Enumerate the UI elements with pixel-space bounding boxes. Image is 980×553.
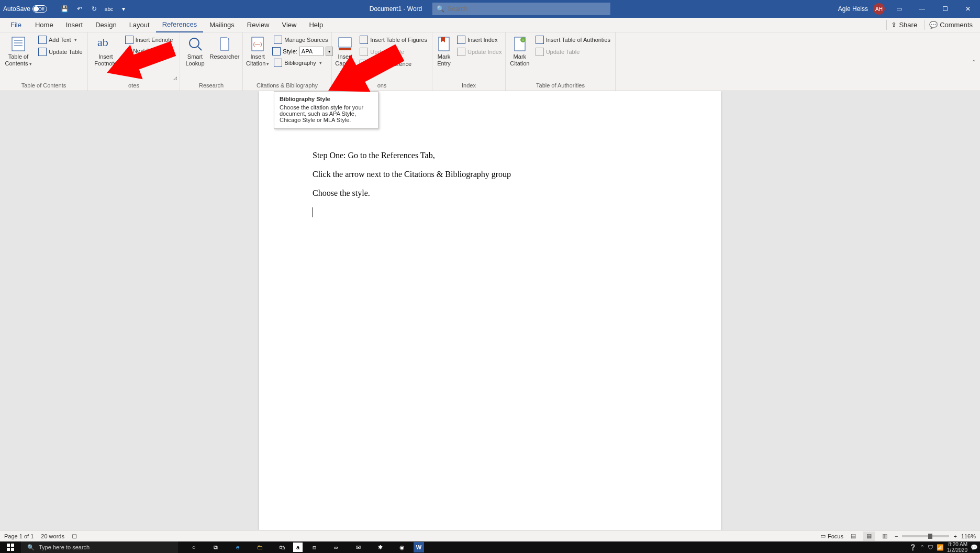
window-title: Document1 - Word	[370, 5, 422, 13]
citation-icon: (—)	[249, 36, 266, 52]
tab-view[interactable]: View	[275, 18, 303, 32]
mark-entry-button[interactable]: MarkEntry	[436, 35, 452, 67]
toc-label: Table ofContents	[5, 53, 31, 68]
tab-insert[interactable]: Insert	[60, 18, 90, 32]
update-table-icon	[38, 48, 47, 56]
group-label-toc: Table of Contents	[3, 81, 84, 91]
svg-marker-14	[105, 37, 178, 84]
comments-label: Comments	[940, 21, 973, 29]
table-of-contents-button[interactable]: Table ofContents	[3, 35, 34, 68]
update-table-button[interactable]: Update Table	[37, 47, 84, 57]
titlebar-center: Document1 - Word 🔍	[370, 3, 610, 15]
share-button[interactable]: ⇪ Share	[886, 20, 921, 30]
svg-rect-0	[12, 37, 25, 51]
save-icon[interactable]: 💾	[60, 4, 70, 14]
style-icon	[272, 47, 281, 56]
titlebar-left: AutoSave Off 💾 ↶ ↻ abc ▾	[3, 4, 129, 14]
group-research: SmartLookup Researcher Research	[180, 32, 243, 91]
user-name[interactable]: Agie Heiss	[838, 5, 868, 13]
tab-review[interactable]: Review	[241, 18, 276, 32]
group-index: MarkEntry Insert Index Update Index Inde…	[432, 32, 506, 91]
style-selector: Style: ▾	[272, 47, 333, 56]
add-text-icon	[38, 36, 47, 44]
mark-citation-button[interactable]: + MarkCitation	[509, 35, 531, 67]
group-label-toa: Table of Authorities	[509, 81, 612, 91]
undo-icon[interactable]: ↶	[74, 4, 85, 14]
search-input[interactable]	[448, 5, 606, 13]
update-index-button: Update Index	[455, 47, 503, 57]
style-input[interactable]	[299, 47, 324, 56]
titlebar: AutoSave Off 💾 ↶ ↻ abc ▾ Document1 - Wor…	[0, 0, 980, 18]
group-label-research: Research	[183, 81, 239, 91]
insert-table-of-figures-button[interactable]: Insert Table of Figures	[358, 35, 429, 45]
minimize-icon[interactable]: —	[913, 0, 931, 18]
bibliography-icon	[274, 59, 282, 67]
ribbon-tabs: File Home Insert Design Layout Reference…	[0, 18, 980, 32]
bibliography-button[interactable]: Bibliography	[272, 58, 333, 68]
qat-customize-icon[interactable]: ▾	[118, 4, 129, 14]
add-text-button[interactable]: Add Text	[37, 35, 84, 45]
style-label: Style:	[283, 48, 297, 54]
smart-lookup-icon	[187, 36, 204, 52]
toc-icon	[10, 36, 27, 52]
insert-toa-icon	[536, 36, 544, 44]
comments-button[interactable]: 💬 Comments	[925, 20, 977, 30]
annotation-arrow-2	[325, 45, 408, 91]
researcher-icon	[216, 36, 233, 52]
titlebar-right: Agie Heiss AH ▭ — ☐ ✕	[838, 0, 977, 18]
insert-index-icon	[457, 36, 465, 44]
tab-file[interactable]: File	[3, 18, 29, 32]
citation-label: InsertCitation	[246, 53, 269, 68]
mark-citation-label: MarkCitation	[510, 53, 529, 67]
mark-entry-icon	[436, 36, 452, 52]
autosave-state: Off	[38, 6, 44, 12]
tab-mailings[interactable]: Mailings	[203, 18, 241, 32]
group-table-of-authorities: + MarkCitation Insert Table of Authoriti…	[506, 32, 616, 91]
manage-sources-button[interactable]: Manage Sources	[272, 35, 333, 45]
svg-marker-15	[325, 45, 408, 91]
group-table-of-contents: Table ofContents Add Text Update Table T…	[0, 32, 88, 91]
svg-point-4	[190, 38, 199, 48]
group-label-index: Index	[436, 81, 502, 91]
researcher-button[interactable]: Researcher	[210, 35, 239, 60]
search-icon: 🔍	[437, 5, 444, 13]
svg-text:+: +	[521, 38, 524, 42]
mark-entry-label: MarkEntry	[437, 53, 451, 67]
spell-check-icon[interactable]: abc	[104, 4, 114, 14]
tab-home[interactable]: Home	[29, 18, 60, 32]
redo-icon[interactable]: ↻	[89, 4, 99, 14]
researcher-label: Researcher	[210, 53, 240, 60]
group-citations: (—) InsertCitation Manage Sources Style:…	[243, 32, 332, 91]
ribbon-display-icon[interactable]: ▭	[890, 0, 908, 18]
collapse-ribbon-button[interactable]: ⌃	[972, 59, 976, 64]
tab-layout[interactable]: Layout	[123, 18, 156, 32]
insert-index-button[interactable]: Insert Index	[455, 35, 503, 45]
insert-toa-button[interactable]: Insert Table of Authorities	[534, 35, 612, 45]
svg-text:(—): (—)	[253, 41, 262, 47]
tof-icon	[360, 36, 368, 44]
group-label-citations: Citations & Bibliography	[246, 81, 328, 91]
update-index-icon	[457, 48, 465, 56]
autosave-toggle[interactable]: AutoSave Off	[3, 5, 55, 13]
insert-citation-button[interactable]: (—) InsertCitation	[246, 35, 269, 68]
annotation-arrow-1	[105, 37, 178, 84]
smart-lookup-button[interactable]: SmartLookup	[183, 35, 207, 67]
share-label: Share	[899, 21, 917, 29]
svg-line-5	[198, 47, 202, 50]
smart-lookup-label: SmartLookup	[185, 53, 204, 67]
search-box[interactable]: 🔍	[432, 3, 610, 15]
share-icon: ⇪	[891, 21, 897, 29]
tab-help[interactable]: Help	[303, 18, 329, 32]
comment-icon: 💬	[929, 21, 938, 29]
autosave-label: AutoSave	[3, 5, 30, 13]
maximize-icon[interactable]: ☐	[936, 0, 954, 18]
update-toa-icon	[536, 48, 544, 56]
close-icon[interactable]: ✕	[959, 0, 977, 18]
mark-citation-icon: +	[511, 36, 528, 52]
tab-design[interactable]: Design	[89, 18, 122, 32]
tab-references[interactable]: References	[156, 18, 203, 32]
update-toa-button: Update Table	[534, 47, 612, 57]
user-avatar[interactable]: AH	[873, 3, 885, 15]
manage-sources-icon	[274, 36, 282, 44]
